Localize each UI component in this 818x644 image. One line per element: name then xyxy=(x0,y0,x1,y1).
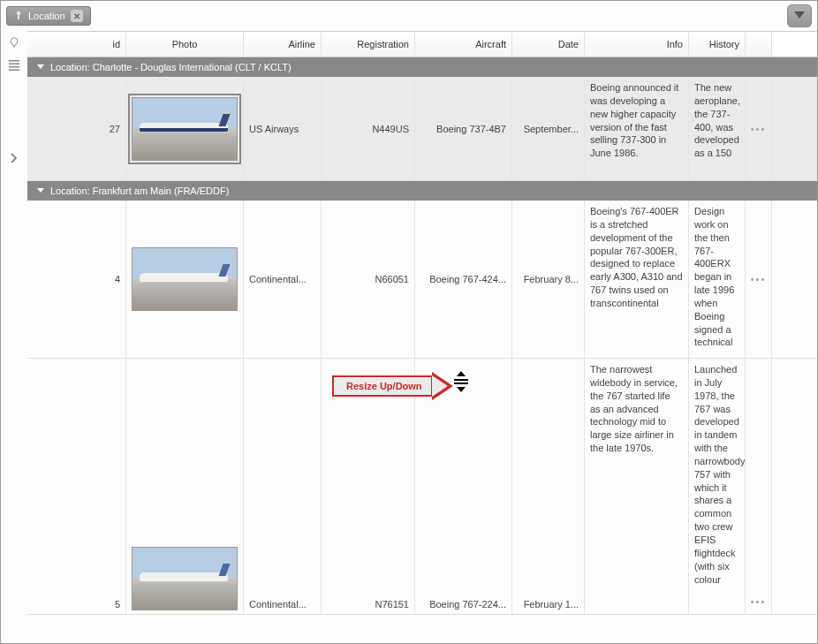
header-registration[interactable]: Registration xyxy=(322,32,415,57)
row-actions-button[interactable]: ••• xyxy=(746,201,772,358)
row-actions-button[interactable]: ••• xyxy=(746,77,772,180)
list-icon[interactable] xyxy=(8,59,20,73)
chevron-down-icon xyxy=(36,186,45,195)
row-actions-button[interactable]: ••• xyxy=(746,359,772,614)
cell-info: The narrowest widebody in service, the 7… xyxy=(585,359,689,614)
cell-id: 4 xyxy=(27,201,126,358)
header-info[interactable]: Info xyxy=(585,32,689,57)
cell-id: 27 xyxy=(27,77,126,180)
chevron-down-icon xyxy=(36,63,45,72)
cell-history: Launched in July 1978, the 767 was devel… xyxy=(689,359,746,614)
cell-info: Boeing announced it was developing a new… xyxy=(585,77,689,180)
header-id[interactable]: id xyxy=(27,32,126,57)
group-header[interactable]: Location: Charlotte - Douglas Internatio… xyxy=(27,57,817,77)
cell-date: February 8... xyxy=(512,201,585,358)
filter-drop-icon[interactable] xyxy=(8,36,20,50)
group-header[interactable]: Location: Frankfurt am Main (FRA/EDDF) xyxy=(27,181,817,201)
header-aircraft[interactable]: Aircraft xyxy=(415,32,512,57)
cell-airline: Continental... xyxy=(244,201,322,358)
sort-asc-icon xyxy=(14,11,23,21)
header-date[interactable]: Date xyxy=(512,32,585,57)
cell-aircraft: Boeing 737-4B7 xyxy=(415,77,512,180)
chevron-right-icon[interactable] xyxy=(11,153,18,165)
header-actions xyxy=(746,32,772,57)
cell-aircraft: Boeing 767-424... xyxy=(415,201,512,358)
cell-date: February 1... xyxy=(512,359,585,614)
table-row[interactable]: 5 Continental... N76151 Boeing 767-224..… xyxy=(27,359,817,615)
group-title: Location: Charlotte - Douglas Internatio… xyxy=(50,62,292,72)
aircraft-thumbnail xyxy=(132,247,238,311)
header-photo[interactable]: Photo xyxy=(126,32,244,57)
toolbar: Location ✕ xyxy=(1,1,817,31)
cell-id: 5 xyxy=(27,359,126,614)
cell-photo xyxy=(126,201,244,358)
header-history[interactable]: History xyxy=(689,32,746,57)
group-chip-location[interactable]: Location ✕ xyxy=(6,6,91,26)
cell-photo xyxy=(126,359,244,614)
cell-registration: N76151 xyxy=(322,359,415,614)
cell-history: Design work on the then 767-400ERX began… xyxy=(689,201,746,358)
cell-registration: N449US xyxy=(322,77,415,180)
close-icon[interactable]: ✕ xyxy=(71,10,83,22)
left-gutter xyxy=(1,31,27,615)
header-airline[interactable]: Airline xyxy=(244,32,322,57)
aircraft-thumbnail xyxy=(132,97,238,161)
table-row[interactable]: 27 US Airways N449US Boeing 737-4B7 Sept… xyxy=(27,77,817,181)
cell-aircraft: Boeing 767-224... xyxy=(415,359,512,614)
cell-info: Boeing's 767-400ER is a stretched develo… xyxy=(585,201,689,358)
group-title: Location: Frankfurt am Main (FRA/EDDF) xyxy=(50,186,229,196)
cell-history: The new aeroplane, the 737-400, was deve… xyxy=(689,77,746,180)
group-chip-label: Location xyxy=(28,11,65,21)
table-row[interactable]: 4 Continental... N66051 Boeing 767-424..… xyxy=(27,201,817,359)
column-headers: id Photo Airline Registration Aircraft D… xyxy=(27,31,817,57)
cell-airline: US Airways xyxy=(244,77,322,180)
grid-content: id Photo Airline Registration Aircraft D… xyxy=(27,31,817,615)
cell-airline: Continental... xyxy=(244,359,322,614)
cell-date: September... xyxy=(512,77,585,180)
cell-photo xyxy=(126,77,244,180)
cell-registration: N66051 xyxy=(322,201,415,358)
aircraft-thumbnail xyxy=(132,547,238,610)
grid-menu-button[interactable] xyxy=(787,4,812,27)
